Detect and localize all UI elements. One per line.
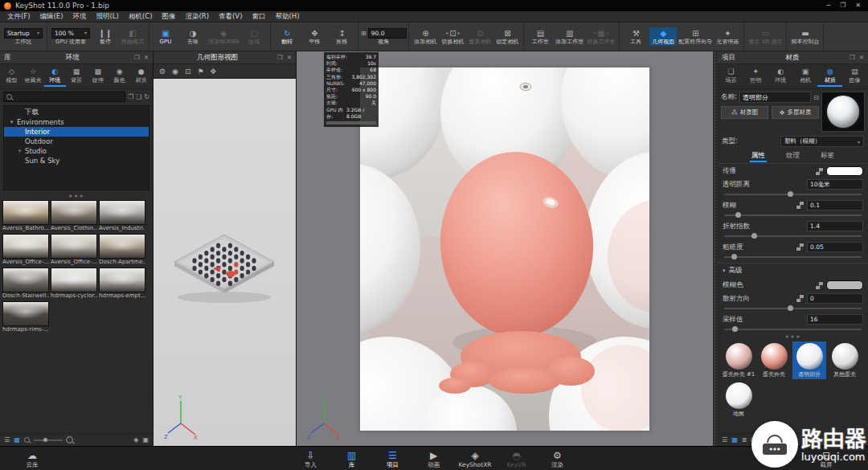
cloud-library-button[interactable]: ☁ 云库	[13, 448, 51, 470]
menu-item[interactable]: 帮助(H)	[271, 11, 305, 22]
tree-item[interactable]: Interior	[4, 127, 149, 137]
add-studio-button[interactable]: ▥添加工作室	[554, 27, 585, 47]
library-tab[interactable]: ▩ 纹理	[87, 66, 108, 87]
float-panel-icon[interactable]: ❐	[277, 54, 283, 61]
dock-button[interactable]: ◓ KeyVR	[497, 448, 536, 470]
dock-button[interactable]: ⚙ 渲染	[538, 448, 577, 470]
geometry-settings-icon[interactable]: ⚙	[159, 67, 166, 76]
add-camera-button[interactable]: ⊕添加相机	[411, 27, 439, 47]
realtime-viewport[interactable]: 每秒采样: 39.7 时间: 10s 采样值: 68 三角形: 3,802,30…	[297, 51, 713, 446]
grid-view-icon[interactable]: ▦	[731, 436, 738, 443]
transparency-value-field[interactable]: 10毫米	[807, 179, 863, 190]
menu-item[interactable]: 图像	[158, 11, 181, 22]
tree-item[interactable]: Outdoor	[4, 137, 149, 146]
refraction-value-field[interactable]: 1.4	[807, 221, 863, 231]
texture-map-icon[interactable]	[796, 294, 805, 303]
dolly-button[interactable]: ↕推移	[328, 27, 355, 47]
panel-resize-handle[interactable]	[718, 333, 868, 339]
panel-resize-handle[interactable]	[0, 192, 153, 198]
multi-material-button[interactable]: ❖ 多层材质	[772, 106, 819, 119]
performance-button[interactable]: ◧性能模式	[119, 27, 146, 47]
window-control[interactable]: ✕	[855, 0, 861, 11]
list-view-icon[interactable]: ☰	[722, 436, 727, 443]
geometry-view-button[interactable]: ◆几何视图	[649, 27, 677, 47]
roughness-slider[interactable]	[724, 253, 862, 260]
material-thumbnail[interactable]: 蛋壳外壳	[757, 341, 791, 379]
float-panel-icon[interactable]: ❐	[850, 54, 855, 61]
material-thumbnail[interactable]: 地面	[722, 381, 755, 419]
pause-button[interactable]: ❙❙暂停	[92, 27, 119, 47]
refraction-slider[interactable]	[724, 232, 862, 239]
texture-map-icon[interactable]	[815, 281, 824, 290]
tree-item[interactable]: + Studio	[4, 146, 149, 156]
library-tab[interactable]: ☆ 收藏夹	[23, 66, 44, 87]
export-library-icon[interactable]: ❑	[136, 93, 141, 100]
close-panel-icon[interactable]: ✕	[287, 54, 292, 61]
library-tab[interactable]: ◐ 环境	[44, 66, 66, 87]
fov-field[interactable]: ⊞90.0视角	[361, 27, 406, 47]
switch-studio-button[interactable]: ◂▦▸切换工作室	[585, 27, 616, 47]
library-tab[interactable]: ● 材质	[130, 66, 152, 87]
transparency-slider[interactable]	[724, 190, 862, 198]
project-tab[interactable]: ✦ 照明	[743, 66, 768, 87]
light-manager-button[interactable]: ✦光管理器	[714, 27, 741, 47]
region-button[interactable]: ▢区域	[240, 27, 268, 47]
texture-map-icon[interactable]	[796, 201, 805, 210]
xr-demo-button[interactable]: ▭显示 XR 演示	[747, 27, 784, 47]
material-thumbnail[interactable]: 其他蛋壳	[828, 341, 862, 379]
window-control[interactable]: ❐	[840, 0, 845, 11]
folder-icon[interactable]: ▣	[142, 436, 149, 443]
list-view-icon[interactable]: ☰	[4, 436, 10, 443]
dock-button[interactable]: ◈ KeyShotXR	[456, 448, 495, 470]
project-tab[interactable]: ◍ 材质	[817, 66, 842, 87]
menu-item[interactable]: 窗口	[248, 11, 271, 22]
material-type-dropdown[interactable]: 塑料（模糊）	[780, 136, 864, 147]
tumble-button[interactable]: ↻翻转	[273, 27, 301, 47]
material-graph-button[interactable]: ⁂ 材质图	[721, 106, 768, 119]
float-panel-icon[interactable]: ❐	[134, 54, 140, 61]
tools-button[interactable]: ⚒工具	[622, 27, 649, 47]
menu-item[interactable]: 查看(V)	[214, 11, 247, 22]
material-thumbnail[interactable]: 蛋壳外壳 #1	[722, 341, 755, 379]
environment-thumbnail[interactable]: hdrmaps-empt...	[99, 268, 145, 300]
tree-item[interactable]: ▾ Environments	[4, 117, 149, 127]
tree-view-icon[interactable]: ≣	[742, 436, 747, 443]
cloud-color-swatch[interactable]	[826, 280, 863, 290]
roughness-value-field[interactable]: 0.05	[807, 242, 863, 252]
samples-slider[interactable]	[724, 325, 862, 333]
tree-item[interactable]: 下载	[4, 108, 149, 117]
close-panel-icon[interactable]: ✕	[144, 54, 149, 61]
texture-map-icon[interactable]	[796, 243, 805, 251]
close-panel-icon[interactable]: ✕	[859, 54, 864, 61]
geometry-move-tool-icon[interactable]: ✥	[211, 67, 217, 76]
dock-button[interactable]: ⇩ 导入	[292, 448, 330, 470]
window-control[interactable]: ─	[826, 0, 830, 11]
refresh-icon[interactable]: ↻	[144, 93, 149, 100]
material-subtab[interactable]: 标签	[819, 151, 836, 162]
studio-button[interactable]: ▤工作室	[526, 27, 554, 47]
gpu-button[interactable]: ▣GPU	[152, 27, 179, 47]
geometry-selection-icon[interactable]: ⚑	[197, 67, 203, 76]
dock-button[interactable]: ☰ 项目	[374, 448, 412, 470]
tree-item[interactable]: Sun & Sky	[4, 156, 149, 166]
environment-thumbnail[interactable]: Aversis_Clothin...	[51, 200, 97, 232]
material-thumbnail[interactable]: 透明部分	[792, 341, 826, 379]
geometry-render-mode-icon[interactable]: ◉	[172, 67, 178, 76]
grid-view-icon[interactable]: ▦	[14, 436, 20, 443]
workspace-select[interactable]: Startup工作区	[2, 27, 44, 47]
reset-camera-button[interactable]: ⊙重置相机	[466, 27, 493, 47]
save-to-library-icon[interactable]: ⊟	[813, 94, 819, 101]
environment-thumbnail[interactable]: Dosch-Stairwell...	[2, 268, 49, 300]
geometry-canvas[interactable]: Y X Z	[154, 79, 296, 446]
dock-button[interactable]: ▥ 库	[333, 448, 371, 470]
lock-camera-button[interactable]: ⊠锁定相机	[493, 27, 521, 47]
library-tab[interactable]: ◉ 颜色	[108, 66, 130, 87]
environment-thumbnail[interactable]: Aversis_Office-...	[51, 234, 97, 266]
project-tab[interactable]: ▤ 图像	[842, 66, 867, 87]
pan-button[interactable]: ✥平移	[301, 27, 328, 47]
switch-camera-button[interactable]: ◂⊡▸切换相机	[439, 27, 466, 47]
cloudiness-value-field[interactable]: 0.1	[807, 200, 863, 210]
configurator-button[interactable]: ⊞配置程序向导	[677, 27, 714, 47]
script-console-button[interactable]: ▬脚本控制台	[789, 27, 821, 47]
import-library-icon[interactable]: ❐	[128, 93, 133, 100]
